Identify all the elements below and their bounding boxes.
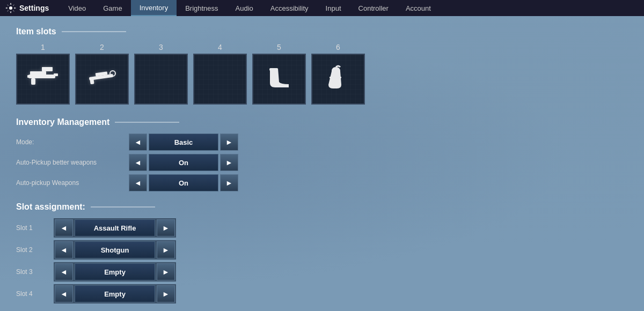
slot-number-3: 3 [159,43,163,51]
nav-audio[interactable]: Audio [227,0,262,16]
auto-pickup-better-row: Auto-Pickup better weapons ◄ On ► [16,154,628,171]
auto-pickup-better-right-button[interactable]: ► [220,154,238,171]
slot-icon-1 [26,62,61,97]
mode-label: Mode: [16,138,123,146]
slot-item-3[interactable]: 3 [134,43,188,105]
slot-assignment-title: Slot assignment: [16,202,628,212]
slot-box-3[interactable] [134,54,188,105]
slot-row-4: Slot 4 ◄ Empty ► [16,284,628,303]
auto-pickup-weapons-value: On [149,174,218,191]
mode-right-button[interactable]: ► [220,134,238,151]
slot-3-control: ◄ Empty ► [54,262,176,282]
mode-value: Basic [149,134,218,151]
slot-box-1[interactable] [16,54,70,105]
nav-controller[interactable]: Controller [350,0,397,16]
mode-control: ◄ Basic ► [129,134,238,151]
settings-icon [5,3,16,13]
svg-rect-6 [27,75,30,78]
nav-accessibility[interactable]: Accessibility [262,0,317,16]
slot-row-3: Slot 3 ◄ Empty ► [16,262,628,282]
slot-box-6[interactable] [311,54,365,105]
nav-video[interactable]: Video [60,0,94,16]
auto-pickup-better-label: Auto-Pickup better weapons [16,159,123,166]
slot-4-right-button[interactable]: ► [157,285,175,302]
slot-item-2[interactable]: 2 [75,43,129,105]
slot-item-1[interactable]: 1 [16,43,70,105]
auto-pickup-weapons-left-button[interactable]: ◄ [129,174,147,191]
slot-4-label: Slot 4 [16,290,48,298]
slot-3-label: Slot 3 [16,268,48,276]
logo-area: Settings [5,3,49,13]
slot-2-label: Slot 2 [16,246,48,254]
top-nav: Settings Video Game Inventory Brightness… [0,0,644,16]
svg-rect-5 [54,73,58,76]
auto-pickup-weapons-label: Auto-pickup Weapons [16,179,123,187]
slot-number-2: 2 [100,43,104,51]
auto-pickup-better-control: ◄ On ► [129,154,238,171]
slot-icon-2 [85,62,120,97]
item-slots-title: Item slots [16,27,628,36]
slot-1-right-button[interactable]: ► [157,219,175,236]
slot-number-4: 4 [218,43,222,51]
slot-item-5[interactable]: 5 [252,43,306,105]
auto-pickup-weapons-right-button[interactable]: ► [220,174,238,191]
inventory-management-title: Inventory Management [16,117,628,127]
slot-box-4[interactable] [193,54,247,105]
auto-pickup-weapons-row: Auto-pickup Weapons ◄ On ► [16,174,628,191]
slot-2-value: Shotgun [75,241,155,258]
inventory-settings-table: Mode: ◄ Basic ► Auto-Pickup better weapo… [16,134,628,191]
slot-3-value: Empty [75,263,155,280]
nav-game[interactable]: Game [94,0,130,16]
auto-pickup-better-value: On [149,154,218,171]
slot-2-control: ◄ Shotgun ► [54,240,176,260]
slot-row-1: Slot 1 ◄ Assault Rifle ► [16,218,628,238]
slot-icon-6 [321,61,356,98]
slot-1-left-button[interactable]: ◄ [55,219,73,236]
slot-3-left-button[interactable]: ◄ [55,263,73,280]
slot-assignment-section: Slot assignment: Slot 1 ◄ Assault Rifle … [16,202,628,303]
slot-item-6[interactable]: 6 [311,43,365,105]
svg-rect-11 [269,68,278,71]
svg-rect-3 [42,67,53,71]
nav-items: Video Game Inventory Brightness Audio Ac… [60,0,440,16]
slot-number-5: 5 [277,43,281,51]
slot-item-4[interactable]: 4 [193,43,247,105]
slot-row-2: Slot 2 ◄ Shotgun ► [16,240,628,260]
mode-left-button[interactable]: ◄ [129,134,147,151]
mode-row: Mode: ◄ Basic ► [16,134,628,151]
slot-1-control: ◄ Assault Rifle ► [54,218,176,238]
slot-number-6: 6 [336,43,340,51]
slot-3-right-button[interactable]: ► [157,263,175,280]
slot-box-5[interactable] [252,54,306,105]
auto-pickup-weapons-control: ◄ On ► [129,174,238,191]
slot-box-2[interactable] [75,54,129,105]
slot-4-value: Empty [75,285,155,302]
slot-2-left-button[interactable]: ◄ [55,241,73,258]
slot-4-control: ◄ Empty ► [54,284,176,303]
nav-brightness[interactable]: Brightness [177,0,226,16]
item-slots-section: Item slots 1 [16,27,628,105]
nav-account[interactable]: Account [397,0,440,16]
slot-1-label: Slot 1 [16,224,48,232]
slot-2-right-button[interactable]: ► [157,241,175,258]
app-title: Settings [19,4,49,12]
svg-rect-10 [90,78,94,84]
slot-icon-5 [262,61,297,98]
svg-rect-4 [31,78,35,85]
item-slots-list: 1 [16,43,628,105]
svg-point-0 [9,6,12,10]
slot-1-value: Assault Rifle [75,219,155,236]
slot-number-1: 1 [41,43,45,51]
svg-rect-12 [330,77,341,78]
auto-pickup-better-left-button[interactable]: ◄ [129,154,147,171]
nav-input[interactable]: Input [317,0,350,16]
svg-rect-2 [30,71,46,76]
slot-4-left-button[interactable]: ◄ [55,285,73,302]
nav-inventory[interactable]: Inventory [131,0,177,16]
inventory-management-section: Inventory Management Mode: ◄ Basic ► Aut… [16,117,628,191]
main-content: Item slots 1 [0,16,644,311]
